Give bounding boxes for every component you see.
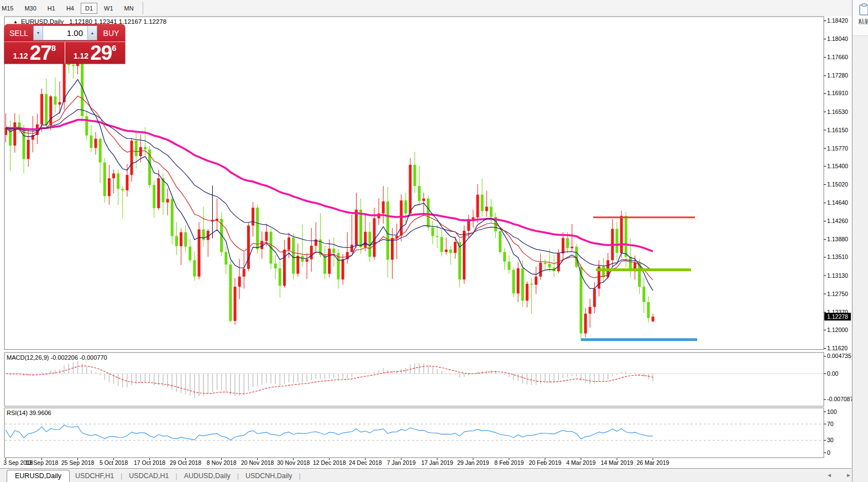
- volume-increase-button[interactable]: ▲: [87, 26, 97, 40]
- collapse-arrow-icon[interactable]: ▲: [13, 19, 18, 24]
- macd-values: -0.002206 -0.000770: [50, 354, 107, 361]
- timeframe-H4[interactable]: H4: [62, 3, 79, 14]
- volume-decrease-button[interactable]: ▼: [34, 26, 43, 40]
- toolbar-separator: [143, 2, 143, 14]
- trade-controls-row: SELL ▼ ▲ BUY: [4, 24, 125, 42]
- chart-region[interactable]: [0, 16, 851, 468]
- buy-price-big: 29: [90, 44, 112, 63]
- macd-label: MACD(12,26,9) -0.002206 -0.000770: [7, 354, 107, 361]
- buy-price-sup: 6: [112, 43, 116, 53]
- tab-divider: |: [298, 470, 302, 482]
- tab-USDCAD-H1[interactable]: USDCAD,H1: [123, 470, 174, 482]
- tab-USDCHF-H1[interactable]: USDCHF,H1: [70, 470, 119, 482]
- scroll-left-icon[interactable]: ◄: [827, 472, 832, 478]
- sell-price-big: 27: [30, 44, 51, 63]
- buy-price-prefix: 1.12: [74, 51, 88, 60]
- timeframe-M15[interactable]: M15: [0, 3, 18, 14]
- tab-AUDUSD-Daily[interactable]: AUDUSD,Daily: [179, 470, 236, 482]
- tab-EURUSD-Daily[interactable]: EURUSD,Daily: [7, 470, 70, 482]
- timeframe-D1[interactable]: D1: [81, 3, 97, 14]
- external-ribbon-fragment: 粘贴: [853, 0, 868, 36]
- timeframe-M30[interactable]: M30: [20, 3, 40, 14]
- tab-divider: |: [119, 470, 123, 482]
- sell-price-sup: 8: [51, 43, 56, 53]
- external-window-fragment: 粘贴: [852, 0, 868, 482]
- tab-USDCNH-Daily[interactable]: USDCNH,Daily: [240, 470, 298, 482]
- buy-price-box[interactable]: 1.12 29 6: [65, 42, 126, 64]
- timeframe-H1[interactable]: H1: [43, 3, 60, 14]
- volume-spinner: ▼ ▲: [33, 25, 97, 40]
- rsi-value: 39.9606: [29, 410, 51, 416]
- tab-divider: |: [175, 470, 179, 482]
- triangle-up-icon: ▲: [91, 31, 95, 35]
- triangle-down-icon: ▼: [36, 31, 40, 35]
- scroll-right-icon[interactable]: ►: [846, 472, 851, 478]
- volume-input[interactable]: [43, 26, 87, 40]
- tab-divider: |: [236, 470, 240, 482]
- sell-button[interactable]: SELL: [4, 24, 33, 42]
- horizontal-scrollbar: ◄ ►: [827, 470, 851, 480]
- sell-price-prefix: 1.12: [13, 51, 28, 60]
- timeframe-W1[interactable]: W1: [100, 3, 118, 14]
- rsi-label: RSI(14) 39.9606: [7, 410, 51, 416]
- chart-tab-bar: EURUSD,DailyUSDCHF,H1|USDCAD,H1|AUDUSD,D…: [0, 468, 851, 482]
- timeframe-MN[interactable]: MN: [120, 3, 138, 14]
- rsi-name: RSI(14): [7, 410, 28, 416]
- paste-button[interactable]: 粘贴: [858, 17, 868, 27]
- clipboard-icon: [859, 3, 868, 15]
- macd-name: MACD(12,26,9): [7, 354, 49, 361]
- trade-prices-row: 1.12 27 8 1.12 29 6: [4, 42, 125, 64]
- mt4-window: M15M30H1H4D1W1MN 1.184201.180401.176601.…: [0, 0, 868, 482]
- buy-button[interactable]: BUY: [97, 24, 125, 42]
- timeframe-toolbar: M15M30H1H4D1W1MN: [0, 0, 851, 17]
- one-click-trading-panel: SELL ▼ ▲ BUY 1.12 27 8 1.12 29 6: [4, 24, 125, 64]
- sell-price-box[interactable]: 1.12 27 8: [4, 42, 65, 64]
